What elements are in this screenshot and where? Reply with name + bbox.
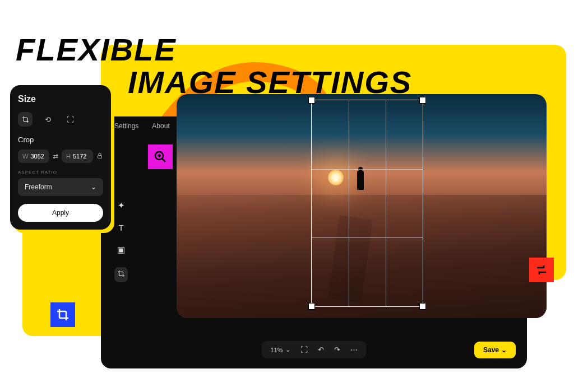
height-value: 5172 [73, 153, 86, 160]
crop-gridline [386, 100, 386, 306]
left-toolbar: ✦ T ▣ [113, 200, 129, 282]
aspect-ratio-label: Aspect Ratio [18, 170, 103, 175]
accent-crop [50, 302, 75, 327]
crop-icon[interactable] [18, 112, 33, 127]
crop-handle-tl[interactable] [308, 97, 315, 104]
size-title: Size [18, 94, 103, 104]
save-label: Save [483, 346, 499, 354]
image-icon[interactable]: ▣ [117, 245, 125, 255]
swap-icon[interactable]: ⇄ [53, 152, 58, 160]
expand-icon[interactable]: ⛶ [63, 112, 77, 127]
chevron-down-icon: ⌄ [501, 346, 507, 354]
lock-icon[interactable] [96, 152, 103, 161]
width-label: W [22, 153, 28, 160]
height-label: H [66, 153, 71, 160]
chevron-down-icon: ⌄ [91, 183, 96, 191]
undo-icon[interactable]: ↶ [318, 346, 324, 354]
svg-rect-0 [98, 155, 102, 158]
menu-about[interactable]: About [152, 122, 169, 130]
accent-split [529, 258, 554, 282]
crop-gridline [312, 169, 423, 170]
fit-icon[interactable]: ⛶ [300, 346, 308, 354]
sparkle-icon[interactable]: ✦ [118, 200, 125, 211]
zoom-level[interactable]: 11%⌄ [270, 346, 290, 353]
save-button[interactable]: Save ⌄ [474, 342, 516, 358]
crop-icon[interactable] [114, 267, 128, 282]
crop-gridline [349, 100, 349, 306]
width-value: 3052 [30, 153, 44, 160]
crop-selection[interactable] [311, 100, 423, 307]
menu-settings[interactable]: Settings [114, 122, 138, 130]
headline-line1: Flexible [16, 34, 412, 66]
redo-icon[interactable]: ↷ [334, 346, 340, 354]
crop-handle-br[interactable] [419, 303, 426, 310]
height-input[interactable]: H 5172 [62, 150, 93, 163]
crop-handle-bl[interactable] [308, 303, 315, 310]
aspect-ratio-value: Freeform [25, 183, 52, 191]
bottom-toolbar: 11%⌄ ⛶ ↶ ↷ ⋯ [261, 341, 366, 358]
svg-line-2 [162, 158, 165, 162]
apply-button[interactable]: Apply [18, 204, 103, 222]
accent-zoom-in [148, 144, 173, 169]
crop-section-label: Crop [18, 136, 103, 144]
crop-gridline [312, 237, 423, 238]
more-icon[interactable]: ⋯ [350, 346, 358, 354]
aspect-ratio-select[interactable]: Freeform ⌄ [18, 178, 103, 196]
headline-line2: Image Settings [128, 66, 412, 99]
size-panel: Size ⟲ ⛶ Crop W 3052 ⇄ H 5172 Aspect Rat… [10, 85, 111, 230]
width-input[interactable]: W 3052 [18, 150, 49, 163]
crop-handle-tr[interactable] [419, 97, 426, 104]
rotate-icon[interactable]: ⟲ [40, 112, 55, 127]
text-icon[interactable]: T [118, 223, 123, 232]
